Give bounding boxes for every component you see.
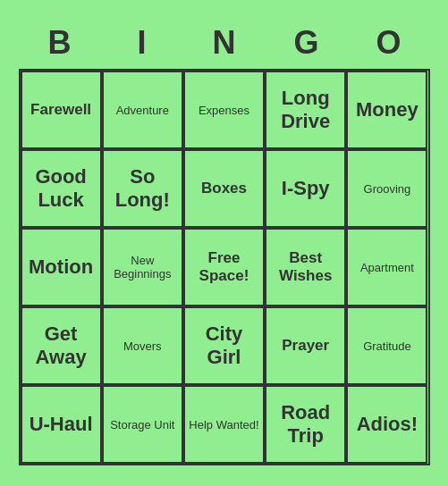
cell-text-18: Prayer (282, 337, 329, 355)
bingo-cell-1: Adventure (102, 71, 183, 149)
bingo-cell-23: Road Trip (265, 385, 346, 464)
bingo-cell-10: Motion (21, 228, 102, 306)
header-b: B (19, 21, 101, 65)
cell-text-4: Money (356, 98, 418, 122)
cell-text-13: Best Wishes (270, 249, 341, 285)
cell-text-6: So Long! (107, 165, 178, 212)
bingo-cell-5: Good Luck (21, 149, 102, 228)
bingo-cell-11: New Beginnings (102, 228, 183, 306)
cell-text-11: New Beginnings (107, 254, 178, 281)
cell-text-7: Boxes (201, 180, 247, 197)
cell-text-22: Help Wanted! (189, 418, 258, 432)
cell-text-16: Movers (123, 339, 162, 353)
cell-text-24: Adios! (357, 413, 418, 436)
header-o: O (348, 21, 430, 65)
cell-text-3: Long Drive (270, 87, 341, 133)
cell-text-1: Adventure (116, 104, 169, 117)
cell-text-2: Expenses (199, 104, 249, 117)
bingo-cell-18: Prayer (265, 306, 346, 385)
bingo-cell-19: Gratitude (346, 306, 427, 385)
cell-text-12: Free Space! (189, 249, 259, 285)
cell-text-15: Get Away (26, 323, 97, 369)
bingo-cell-15: Get Away (21, 306, 102, 385)
cell-text-14: Apartment (360, 261, 414, 274)
bingo-cell-14: Apartment (346, 228, 427, 306)
bingo-grid: FarewellAdventureExpensesLong DriveMoney… (19, 69, 430, 465)
bingo-cell-16: Movers (102, 306, 183, 385)
bingo-cell-8: I-Spy (265, 149, 346, 228)
cell-text-21: Storage Unit (110, 418, 174, 432)
bingo-cell-4: Money (346, 71, 427, 149)
cell-text-23: Road Trip (270, 401, 341, 448)
bingo-cell-24: Adios! (346, 385, 427, 464)
bingo-cell-21: Storage Unit (102, 385, 183, 464)
header-n: N (183, 21, 266, 65)
bingo-cell-9: Grooving (346, 149, 427, 228)
cell-text-10: Motion (29, 256, 93, 279)
cell-text-20: U-Haul (30, 413, 93, 436)
bingo-cell-22: Help Wanted! (183, 385, 265, 464)
cell-text-5: Good Luck (26, 165, 97, 212)
header-i: I (101, 21, 183, 65)
cell-text-17: City Girl (189, 323, 259, 369)
header-g: G (266, 21, 348, 65)
bingo-cell-13: Best Wishes (265, 228, 346, 306)
bingo-cell-7: Boxes (183, 149, 265, 228)
bingo-cell-3: Long Drive (265, 71, 346, 149)
bingo-header: B I N G O (19, 21, 430, 65)
bingo-cell-12: Free Space! (183, 228, 265, 306)
bingo-card: B I N G O FarewellAdventureExpensesLong … (10, 12, 439, 474)
bingo-cell-17: City Girl (183, 306, 265, 385)
cell-text-8: I-Spy (282, 177, 330, 200)
bingo-cell-2: Expenses (183, 71, 265, 149)
bingo-cell-20: U-Haul (21, 385, 102, 464)
cell-text-19: Gratitude (363, 339, 410, 353)
bingo-cell-6: So Long! (102, 149, 183, 228)
cell-text-9: Grooving (364, 182, 411, 196)
cell-text-0: Farewell (30, 101, 91, 119)
bingo-cell-0: Farewell (21, 71, 102, 149)
